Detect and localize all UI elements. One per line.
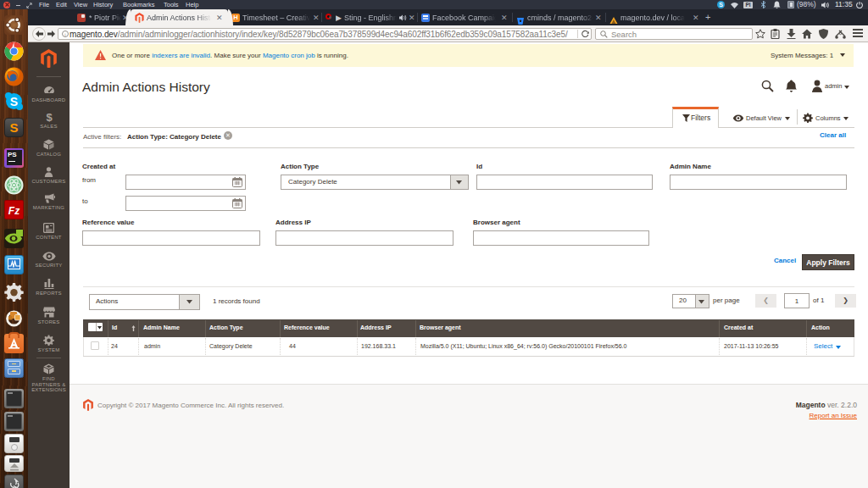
svg-text:Fz: Fz xyxy=(8,204,19,216)
svg-text:$: $ xyxy=(46,111,53,122)
svg-text:S: S xyxy=(9,120,18,135)
svg-text:S: S xyxy=(10,94,18,108)
